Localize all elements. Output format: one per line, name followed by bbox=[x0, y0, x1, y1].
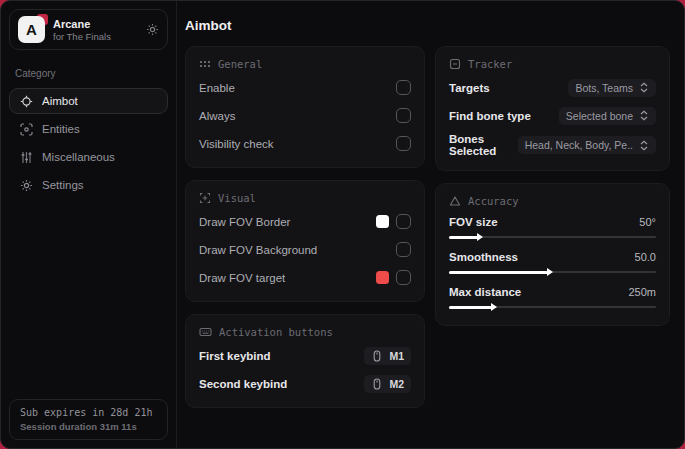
slider-fill bbox=[449, 236, 478, 239]
keybind-value: M2 bbox=[389, 378, 404, 390]
category-label: Category bbox=[15, 68, 162, 79]
general-card: General Enable Always Visibility check bbox=[185, 46, 425, 168]
triangle-icon bbox=[449, 195, 461, 207]
smoothness-value: 50.0 bbox=[635, 251, 656, 263]
setting-row-max-distance: Max distance 250m bbox=[449, 286, 656, 312]
slider-fill bbox=[449, 306, 492, 309]
brand-subtitle: for The Finals bbox=[53, 31, 111, 42]
targets-dropdown[interactable]: Bots, Teams bbox=[568, 79, 656, 97]
brand-card: A Arcane for The Finals bbox=[9, 9, 168, 50]
setting-label: Max distance bbox=[449, 286, 521, 298]
setting-row-smoothness: Smoothness 50.0 bbox=[449, 251, 656, 277]
sidebar-item-aimbot[interactable]: Aimbot bbox=[9, 88, 168, 114]
sidebar-item-settings[interactable]: Settings bbox=[9, 172, 168, 198]
sidebar-item-label: Settings bbox=[42, 179, 84, 191]
main-panel: Aimbot General Enable bbox=[177, 1, 684, 448]
first-keybind-button[interactable]: M1 bbox=[364, 347, 411, 365]
setting-label: Targets bbox=[449, 82, 490, 94]
slider-fill bbox=[449, 271, 548, 274]
grid-icon bbox=[199, 58, 211, 70]
brand-logo: A bbox=[18, 16, 45, 43]
mouse-icon bbox=[371, 378, 383, 390]
sidebar: A Arcane for The Finals Category bbox=[1, 1, 177, 448]
card-title: Visual bbox=[218, 192, 256, 204]
dropdown-value: Head, Neck, Body, Pe.. bbox=[525, 139, 633, 151]
sidebar-item-entities[interactable]: Entities bbox=[9, 116, 168, 142]
setting-row-draw-fov-target: Draw FOV target bbox=[199, 267, 411, 288]
sliders-icon bbox=[19, 151, 33, 164]
setting-label: Enable bbox=[199, 82, 235, 94]
accuracy-card: Accuracy FOV size 50° bbox=[435, 183, 670, 326]
fov-target-color-swatch[interactable] bbox=[376, 271, 389, 284]
slider-thumb[interactable] bbox=[477, 233, 483, 241]
setting-row-find-bone-type: Find bone type Selected bone bbox=[449, 105, 656, 126]
gear-icon bbox=[19, 179, 33, 192]
session-duration-text: Session duration 31m 11s bbox=[20, 421, 157, 432]
subscription-info-card: Sub expires in 28d 21h Session duration … bbox=[9, 399, 168, 440]
setting-label: FOV size bbox=[449, 216, 498, 228]
visual-card: Visual Draw FOV Border Draw FOV Backgrou… bbox=[185, 180, 425, 302]
visibility-check-checkbox[interactable] bbox=[396, 136, 411, 151]
card-title: Tracker bbox=[468, 58, 512, 70]
logo-letter: A bbox=[18, 16, 45, 43]
setting-label: Always bbox=[199, 110, 235, 122]
setting-row-second-keybind: Second keybind M2 bbox=[199, 373, 411, 394]
sidebar-item-label: Aimbot bbox=[42, 95, 78, 107]
setting-row-draw-fov-background: Draw FOV Background bbox=[199, 239, 411, 260]
box-minus-icon bbox=[449, 58, 461, 70]
chevron-up-down-icon bbox=[639, 82, 649, 93]
setting-row-fov-size: FOV size 50° bbox=[449, 216, 656, 242]
max-distance-value: 250m bbox=[628, 286, 656, 298]
crosshair-icon bbox=[19, 95, 33, 108]
fov-size-value: 50° bbox=[639, 216, 656, 228]
slider-thumb[interactable] bbox=[547, 268, 553, 276]
brand-name: Arcane bbox=[53, 18, 111, 30]
enable-checkbox[interactable] bbox=[396, 80, 411, 95]
activation-buttons-card: Activation buttons First keybind M1 bbox=[185, 314, 425, 408]
setting-row-visibility-check: Visibility check bbox=[199, 133, 411, 154]
draw-fov-target-checkbox[interactable] bbox=[396, 270, 411, 285]
bones-selected-dropdown[interactable]: Head, Neck, Body, Pe.. bbox=[518, 136, 656, 154]
chevron-up-down-icon bbox=[639, 110, 649, 121]
max-distance-slider[interactable] bbox=[449, 302, 656, 312]
chevron-up-down-icon bbox=[639, 140, 649, 151]
find-bone-type-dropdown[interactable]: Selected bone bbox=[559, 107, 656, 125]
draw-fov-background-checkbox[interactable] bbox=[396, 242, 411, 257]
focus-icon bbox=[199, 192, 211, 204]
setting-label: Draw FOV Background bbox=[199, 244, 317, 256]
setting-label: Smoothness bbox=[449, 251, 518, 263]
second-keybind-button[interactable]: M2 bbox=[364, 375, 411, 393]
app-window: A Arcane for The Finals Category bbox=[0, 0, 685, 449]
setting-label: Draw FOV target bbox=[199, 272, 285, 284]
page-title: Aimbot bbox=[185, 18, 670, 33]
sidebar-item-miscellaneous[interactable]: Miscellaneous bbox=[9, 144, 168, 170]
setting-row-draw-fov-border: Draw FOV Border bbox=[199, 211, 411, 232]
setting-row-bones-selected: Bones Selected Head, Neck, Body, Pe.. bbox=[449, 133, 656, 157]
slider-thumb[interactable] bbox=[491, 303, 497, 311]
smoothness-slider[interactable] bbox=[449, 267, 656, 277]
setting-label: Find bone type bbox=[449, 110, 531, 122]
setting-label: First keybind bbox=[199, 350, 271, 362]
setting-row-enable: Enable bbox=[199, 77, 411, 98]
setting-row-first-keybind: First keybind M1 bbox=[199, 345, 411, 366]
fov-border-color-swatch[interactable] bbox=[376, 215, 389, 228]
setting-row-always: Always bbox=[199, 105, 411, 126]
draw-fov-border-checkbox[interactable] bbox=[396, 214, 411, 229]
card-title: Activation buttons bbox=[219, 326, 333, 338]
fov-size-slider[interactable] bbox=[449, 232, 656, 242]
mouse-icon bbox=[371, 350, 383, 362]
card-title: General bbox=[218, 58, 262, 70]
always-checkbox[interactable] bbox=[396, 108, 411, 123]
gear-icon[interactable] bbox=[146, 23, 159, 36]
sidebar-item-label: Miscellaneous bbox=[42, 151, 115, 163]
dropdown-value: Selected bone bbox=[566, 110, 633, 122]
scan-icon bbox=[19, 123, 33, 136]
setting-label: Bones Selected bbox=[449, 133, 518, 157]
sidebar-item-label: Entities bbox=[42, 123, 80, 135]
dropdown-value: Bots, Teams bbox=[575, 82, 633, 94]
card-title: Accuracy bbox=[468, 195, 519, 207]
sidebar-nav: Aimbot Entities Miscella bbox=[1, 87, 176, 199]
setting-label: Visibility check bbox=[199, 138, 274, 150]
sub-expiry-text: Sub expires in 28d 21h bbox=[20, 407, 157, 418]
setting-label: Draw FOV Border bbox=[199, 216, 290, 228]
